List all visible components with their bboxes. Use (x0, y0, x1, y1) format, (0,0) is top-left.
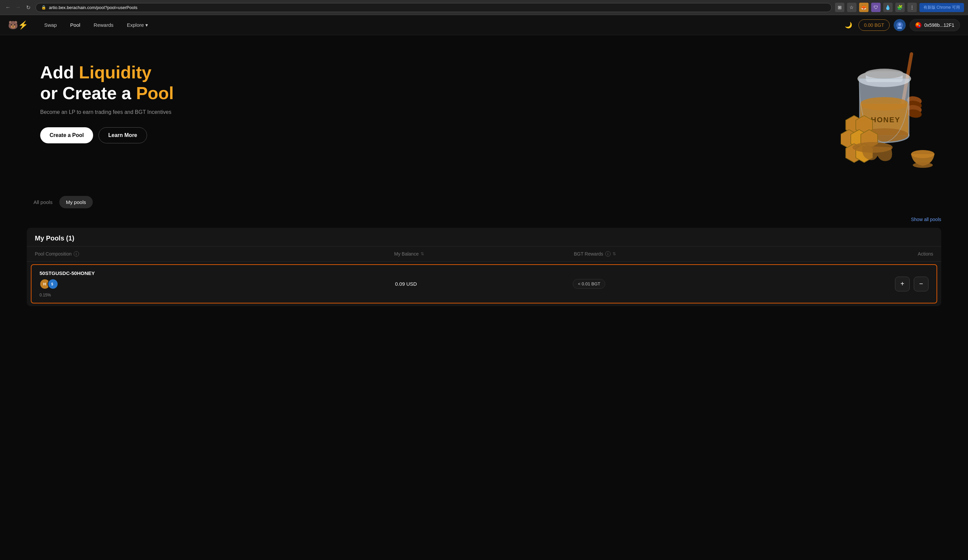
column-my-balance[interactable]: My Balance ⇅ (394, 251, 574, 257)
balance-sort-icon: ⇅ (421, 252, 424, 256)
show-all-link-container: Show all pools (27, 216, 941, 222)
bgt-balance-button[interactable]: 0.00 BGT (859, 20, 890, 31)
create-pool-button[interactable]: Create a Pool (40, 127, 93, 143)
pool-table-columns: Pool Composition i My Balance ⇅ BGT Rewa… (27, 247, 941, 262)
balance-cell: 0.09 USD (395, 281, 573, 287)
svg-point-3 (915, 22, 922, 28)
svg-point-29 (913, 162, 933, 168)
reload-button[interactable]: ↻ (24, 3, 32, 12)
usdc-token-icon: $ (48, 279, 58, 289)
bgt-rewards-badge: < 0.01 BGT (573, 279, 605, 289)
pool-section: All pools My pools Show all pools My Poo… (0, 196, 968, 326)
app-nav: 🐻⚡ Swap Pool Rewards Explore ▾ 🌙 0.00 BG… (0, 15, 968, 35)
nav-explore[interactable]: Explore ▾ (122, 20, 153, 31)
fox-ext[interactable]: 🦊 (859, 3, 869, 12)
pool-tabs: All pools My pools (27, 196, 941, 208)
pool-composition-cell: 50STGUSDC-50HONEY H $ (40, 270, 395, 297)
svg-text:$: $ (51, 282, 53, 286)
avatar-icon[interactable] (893, 19, 906, 31)
forward-button[interactable]: → (14, 3, 22, 12)
browser-actions: ⊞ ☆ 🦊 🛡 💧 🧩 ⋮ 有新版 Chrome 可用 (835, 3, 964, 12)
nav-rewards[interactable]: Rewards (88, 20, 119, 30)
svg-text:HONEY: HONEY (871, 116, 900, 124)
honey-jar-illustration: HONEY (841, 48, 948, 171)
hero-buttons: Create a Pool Learn More (40, 127, 241, 143)
svg-point-15 (865, 69, 904, 79)
svg-point-5 (919, 25, 920, 27)
column-actions: Actions (754, 251, 933, 257)
browser-nav: ← → ↻ (4, 3, 32, 12)
url-text: artio.bex.berachain.com/pool?pool=userPo… (49, 5, 138, 10)
shield-ext[interactable]: 🛡 (871, 3, 880, 12)
svg-text:H: H (43, 282, 46, 286)
hero-title-add: Add (40, 63, 79, 82)
all-pools-tab[interactable]: All pools (27, 196, 59, 208)
svg-point-4 (917, 24, 918, 25)
chrome-update-button[interactable]: 有新版 Chrome 可用 (920, 3, 964, 12)
logo[interactable]: 🐻⚡ (8, 20, 28, 30)
hero-section: Add Liquidity or Create a Pool Become an… (0, 35, 968, 196)
bgt-rewards-info-icon[interactable]: i (605, 251, 611, 257)
address-bar[interactable]: 🔒 artio.bex.berachain.com/pool?pool=user… (35, 3, 832, 12)
pool-table-header: My Pools (1) (27, 228, 941, 247)
show-all-pools-link[interactable]: Show all pools (911, 217, 941, 222)
pool-row: 50STGUSDC-50HONEY H $ (31, 264, 937, 303)
hero-subtitle: Become an LP to earn trading fees and BG… (40, 109, 241, 115)
nav-right: 🌙 0.00 BGT 0x (842, 19, 960, 31)
menu-ext[interactable]: ⋮ (907, 3, 917, 12)
pool-table-title: My Pools (1) (35, 234, 75, 242)
pool-table: My Pools (1) Pool Composition i My Balan… (27, 228, 941, 306)
my-pools-tab[interactable]: My pools (59, 196, 93, 208)
hero-title-liquidity: Liquidity (79, 63, 152, 82)
hero-title-create: or Create a (40, 83, 136, 103)
translate-ext[interactable]: ⊞ (835, 3, 844, 12)
nav-pool[interactable]: Pool (65, 20, 86, 30)
hero-title-pool: Pool (136, 83, 174, 103)
browser-bar: ← → ↻ 🔒 artio.bex.berachain.com/pool?poo… (0, 0, 968, 15)
hero-title: Add Liquidity or Create a Pool (40, 62, 241, 104)
column-bgt-rewards[interactable]: BGT Rewards i ⇅ (574, 251, 753, 257)
wallet-address-text: 0x598b...12F1 (924, 22, 954, 28)
pool-composition-info-icon[interactable]: i (74, 251, 79, 257)
wallet-address-button[interactable]: 0x598b...12F1 (910, 19, 960, 31)
add-liquidity-button[interactable]: + (895, 277, 910, 292)
hero-content: Add Liquidity or Create a Pool Become an… (40, 62, 241, 143)
puzzle-ext[interactable]: 🧩 (895, 3, 905, 12)
theme-toggle-button[interactable]: 🌙 (842, 19, 854, 31)
lock-icon: 🔒 (41, 5, 46, 10)
pool-fee-badge: 0.15% (40, 293, 395, 297)
nav-swap[interactable]: Swap (39, 20, 62, 30)
learn-more-button[interactable]: Learn More (98, 127, 147, 143)
svg-point-1 (898, 23, 901, 26)
bgt-rewards-cell: < 0.01 BGT (573, 279, 751, 289)
actions-cell: + − (751, 277, 928, 292)
token-icons: H $ (40, 279, 395, 289)
drop-ext[interactable]: 💧 (883, 3, 893, 12)
bgt-sort-icon: ⇅ (613, 252, 616, 256)
back-button[interactable]: ← (4, 3, 12, 12)
star-ext[interactable]: ☆ (847, 3, 857, 12)
chevron-down-icon: ▾ (145, 22, 148, 28)
remove-liquidity-button[interactable]: − (914, 277, 928, 292)
logo-icon: 🐻⚡ (8, 20, 28, 30)
column-pool-composition: Pool Composition i (35, 251, 394, 257)
pool-name: 50STGUSDC-50HONEY (40, 270, 395, 276)
